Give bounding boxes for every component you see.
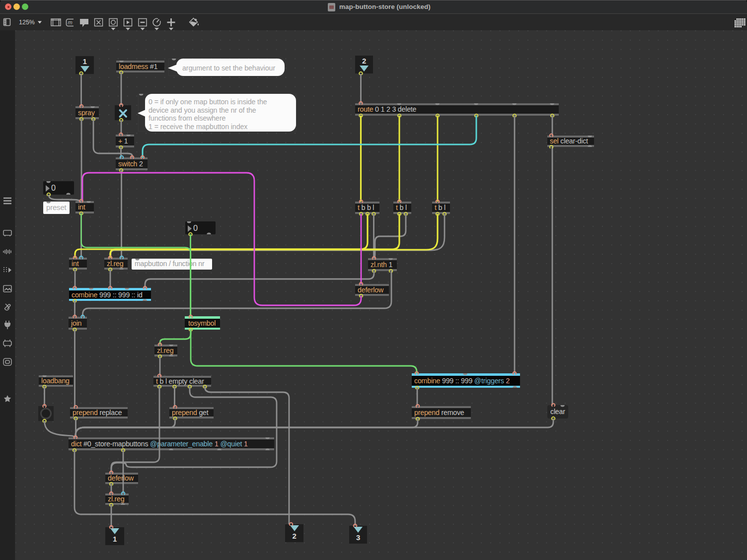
svg-text:m: m [68,19,73,25]
svg-text:125%: 125% [19,19,35,26]
